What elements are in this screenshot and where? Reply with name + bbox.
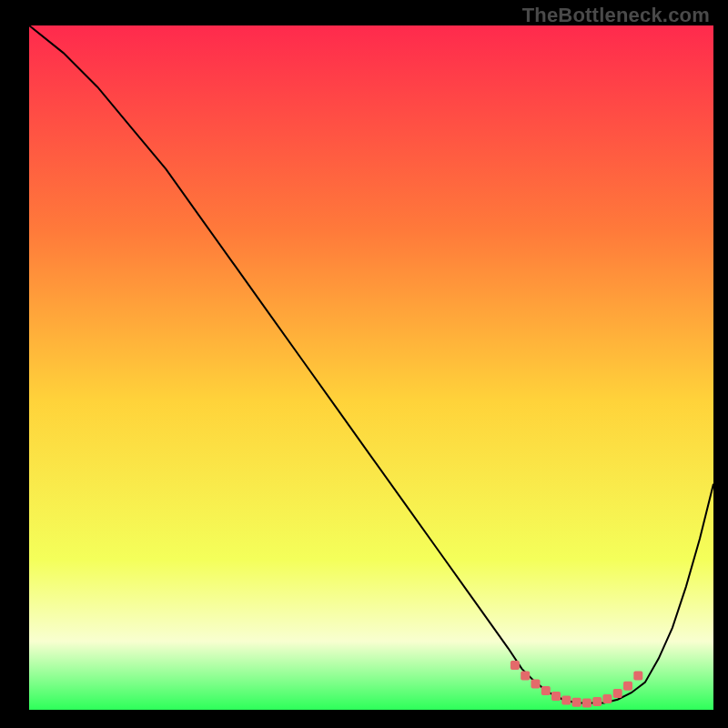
marker-dot <box>602 694 612 703</box>
marker-dot <box>623 682 632 691</box>
watermark-text: TheBottleneck.com <box>522 4 710 27</box>
marker-dot <box>541 686 551 695</box>
marker-dot <box>511 661 520 670</box>
marker-dot <box>551 692 561 701</box>
marker-dot <box>613 689 622 698</box>
marker-dot <box>633 671 642 680</box>
marker-dot <box>582 699 592 708</box>
marker-dot <box>572 698 581 707</box>
plot-area <box>29 25 713 710</box>
marker-dot <box>592 697 602 706</box>
marker-dot <box>561 696 571 705</box>
marker-dot <box>531 679 541 688</box>
bottleneck-chart <box>29 25 713 710</box>
marker-dot <box>521 671 530 680</box>
chart-frame: TheBottleneck.com <box>0 0 728 728</box>
